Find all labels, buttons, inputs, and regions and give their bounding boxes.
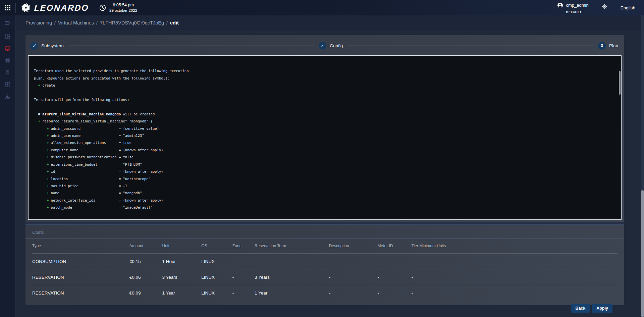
costs-cell: 3 Years [255,275,329,280]
leonardo-swirl-icon [20,2,31,13]
costs-cell: - [412,275,618,280]
costs-column-header: Type [32,244,129,248]
terminal-scrollbar-thumb[interactable] [619,71,621,95]
database-icon [4,57,11,64]
step-subsystem-label: Subsystem [41,43,64,48]
sidebar-item-services[interactable] [0,78,15,91]
breadcrumb-item-vm-id[interactable]: 7LFHR5VDSVq0Gr9qcTJbEg [100,20,164,25]
costs-column-header: Tier Minimum Units [412,244,618,248]
costs-column-header: Amount [129,244,162,248]
costs-column-header: Zone [232,244,255,248]
step-config[interactable]: Config [319,42,343,50]
breadcrumb-separator: / [166,20,168,25]
breadcrumb-item-provisioning[interactable]: Provisioning [25,20,52,25]
costs-cell: €0.06 [129,275,162,280]
costs-column-header: OS [201,244,232,248]
step-plan[interactable]: 3 Plan [598,42,618,50]
costs-column-header: Description [329,244,378,248]
grid-list-icon [4,82,11,88]
clock-icon [99,4,106,11]
terminal-horizontal-scrollbar[interactable] [25,222,624,225]
costs-cell: - [378,259,412,264]
costs-row[interactable]: RESERVATION€0.091 YearLINUX-1 Year--- [32,285,618,301]
page-scrollbar-track[interactable] [641,15,644,317]
monitor-icon [4,45,11,52]
brand-name: LEONARDO [34,3,89,13]
sidebar-item-users[interactable] [0,91,15,103]
breadcrumb-item-virtual-machines[interactable]: Virtual Machines [58,20,94,25]
breadcrumb: Provisioning / Virtual Machines / 7LFHR5… [15,15,644,30]
tenant-label: DEFAULT [557,10,589,14]
costs-cell: - [329,275,378,280]
wizard-stepper: Subsystem Config 3 Plan [28,38,622,53]
costs-cell: RESERVATION [32,275,129,280]
page-scrollbar-thumb[interactable] [641,190,644,317]
costs-cell: - [378,275,412,280]
brand-logo[interactable]: LEONARDO [20,2,89,13]
costs-column-header: Unit [162,244,201,248]
apps-menu-button[interactable] [0,0,15,15]
step-config-circle [319,42,326,50]
costs-cell: - [255,259,329,264]
costs-cell: RESERVATION [32,290,129,296]
username: cmp_admin [566,3,589,8]
apps-grid-icon [5,5,10,10]
language-selector[interactable]: English [621,5,635,10]
user-block: cmp_admin DEFAULT [557,2,589,14]
pencil-icon [321,44,324,48]
breadcrumb-separator: / [54,20,56,25]
costs-column-header: Reservation Term [255,244,329,248]
costs-cell: - [412,259,618,264]
costs-cell: LINUX [201,259,232,264]
topbar-divider [15,3,16,13]
costs-cell: CONSUMPTION [32,259,129,264]
top-bar: LEONARDO 6:05:54 pm 29 october 2022 cmp_… [0,0,644,15]
costs-section-title: Costs [25,225,624,239]
current-time: 6:05:54 pm [109,2,137,8]
wizard-card: Subsystem Config 3 Plan Terrafo [25,35,624,305]
costs-cell: €0.09 [129,290,162,296]
breadcrumb-separator: / [96,20,98,25]
costs-cell: - [412,290,618,296]
terraform-plan-terminal[interactable]: Terraform used the selected providers to… [28,55,622,220]
step-subsystem-circle [30,42,38,50]
apply-button[interactable]: Apply [592,304,612,313]
sidebar-item-virtual-machines[interactable] [0,42,15,54]
costs-cell: - [232,259,255,264]
step-plan-circle: 3 [598,42,606,50]
costs-row[interactable]: RESERVATION€0.063 YearsLINUX-3 Years--- [32,269,618,285]
server-tower-icon [4,69,11,76]
costs-table: TypeAmountUnitOSZoneReservation TermDesc… [32,239,618,301]
costs-cell: 1 Year [255,290,329,296]
breadcrumb-current-edit: edit [170,20,179,25]
left-sidebar [0,15,15,317]
back-button[interactable]: Back [571,304,590,313]
sidebar-item-servers[interactable] [0,66,15,78]
sidebar-collapse-button[interactable] [0,15,15,30]
settings-button[interactable] [601,3,608,10]
sidebar-item-databases[interactable] [0,54,15,66]
costs-cell: LINUX [201,290,232,296]
costs-cell: LINUX [201,275,232,280]
menu-collapse-icon [4,19,11,26]
user-menu[interactable]: cmp_admin [557,2,589,9]
costs-cell: 1 Year [162,290,201,296]
step-subsystem[interactable]: Subsystem [30,42,64,50]
costs-cell: - [232,290,255,296]
clock-block: 6:05:54 pm 29 october 2022 [99,2,137,13]
costs-cell: 1 Hour [162,259,201,264]
costs-table-body: CONSUMPTION€0.151 HourLINUX-----RESERVAT… [32,253,618,301]
costs-cell: - [378,290,412,296]
gear-icon [601,3,608,10]
costs-row[interactable]: CONSUMPTION€0.151 HourLINUX----- [32,253,618,269]
step-plan-number: 3 [601,43,603,48]
sidebar-item-dashboard[interactable] [0,30,15,42]
wizard-footer: Back Apply [571,304,612,313]
check-icon [32,44,36,48]
user-avatar-icon [557,2,564,9]
step-config-label: Config [330,43,343,48]
costs-column-header: Meter ID [378,244,412,248]
stepper-connector [347,46,593,46]
dashboard-icon [4,33,11,40]
step-plan-label: Plan [609,43,618,48]
